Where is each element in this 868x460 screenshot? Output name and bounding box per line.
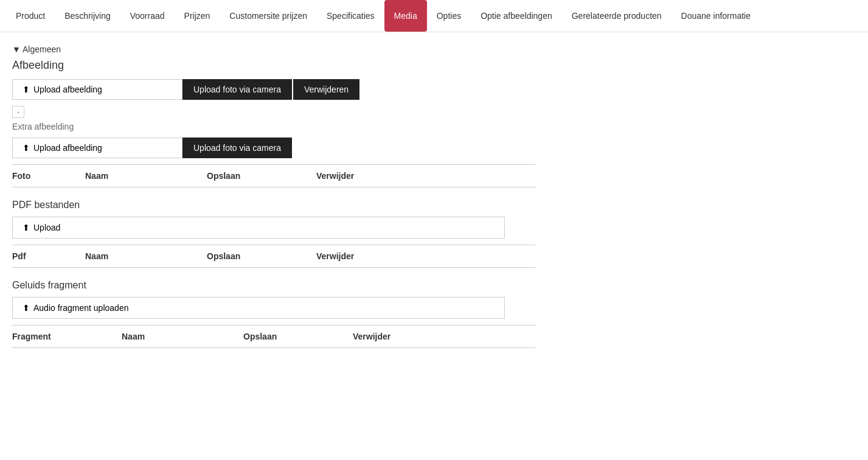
section-toggle[interactable]: ▼ Algemeen <box>12 44 535 54</box>
foto-col-verwijder: Verwijder <box>316 171 426 181</box>
fragment-table-header: FragmentNaamOpslaanVerwijder <box>12 325 535 348</box>
geluids-fragment-label: Geluids fragment <box>12 280 535 291</box>
upload-afbeelding-button-2[interactable]: ⬆ Upload afbeelding <box>12 138 182 158</box>
upload-afbeelding-label: Upload afbeelding <box>33 85 102 94</box>
broken-image-icon: ▪ <box>17 109 19 116</box>
upload-audio-icon: ⬆ <box>23 303 30 313</box>
afbeelding-upload-row: ⬆ Upload afbeelding Upload foto via came… <box>12 79 535 100</box>
pdf-col-naam: Naam <box>85 251 207 261</box>
tab-douane-informatie[interactable]: Douane informatie <box>672 0 760 32</box>
foto-col-opslaan: Opslaan <box>207 171 316 181</box>
foto-table-header: FotoNaamOpslaanVerwijder <box>12 164 535 187</box>
pdf-section-label: PDF bestanden <box>12 200 535 211</box>
extra-afbeelding-label: Extra afbeelding <box>12 122 535 131</box>
image-preview: ▪ <box>12 106 24 118</box>
foto-col-naam: Naam <box>85 171 207 181</box>
section-toggle-label: ▼ Algemeen <box>12 44 61 54</box>
tab-navigation: ProductBeschrijvingVoorraadPrijzenCustom… <box>0 0 868 32</box>
tab-gerelateerde-producten[interactable]: Gerelateerde producten <box>562 0 672 32</box>
tab-specificaties[interactable]: Specificaties <box>317 0 384 32</box>
fragment-col-naam: Naam <box>122 332 243 341</box>
fragment-col-opslaan: Opslaan <box>243 332 353 341</box>
pdf-table-header: PdfNaamOpslaanVerwijder <box>12 245 535 268</box>
tab-customersite-prijzen[interactable]: Customersite prijzen <box>220 0 317 32</box>
pdf-col-opslaan: Opslaan <box>207 251 316 261</box>
tab-prijzen[interactable]: Prijzen <box>175 0 220 32</box>
pdf-col-pdf: Pdf <box>12 251 85 261</box>
tab-media[interactable]: Media <box>384 0 427 32</box>
fragment-col-fragment: Fragment <box>12 332 122 341</box>
upload-icon-2: ⬆ <box>23 143 30 153</box>
main-content: ▼ Algemeen Afbeelding ⬆ Upload afbeeldin… <box>0 32 547 369</box>
extra-afbeelding-upload-row: ⬆ Upload afbeelding Upload foto via came… <box>12 138 535 158</box>
upload-afbeelding-label-2: Upload afbeelding <box>33 143 102 153</box>
upload-foto-camera-button-2[interactable]: Upload foto via camera <box>182 138 292 158</box>
upload-pdf-label: Upload <box>33 223 60 232</box>
upload-afbeelding-button[interactable]: ⬆ Upload afbeelding <box>12 79 182 100</box>
tab-opties[interactable]: Opties <box>427 0 471 32</box>
pdf-col-verwijder: Verwijder <box>316 251 426 261</box>
verwijderen-button[interactable]: Verwijderen <box>293 79 359 100</box>
foto-col-foto: Foto <box>12 171 85 181</box>
tab-optie-afbeeldingen[interactable]: Optie afbeeldingen <box>471 0 562 32</box>
upload-pdf-button[interactable]: ⬆ Upload <box>12 217 505 239</box>
tab-voorraad[interactable]: Voorraad <box>120 0 175 32</box>
fragment-col-verwijder: Verwijder <box>353 332 462 341</box>
upload-pdf-icon: ⬆ <box>23 223 30 232</box>
upload-audio-button[interactable]: ⬆ Audio fragment uploaden <box>12 297 505 319</box>
upload-icon: ⬆ <box>23 85 30 94</box>
afbeelding-label: Afbeelding <box>12 59 535 72</box>
upload-foto-camera-button[interactable]: Upload foto via camera <box>182 79 292 100</box>
tab-product[interactable]: Product <box>6 0 55 32</box>
tab-beschrijving[interactable]: Beschrijving <box>55 0 120 32</box>
upload-audio-label: Audio fragment uploaden <box>33 303 128 313</box>
